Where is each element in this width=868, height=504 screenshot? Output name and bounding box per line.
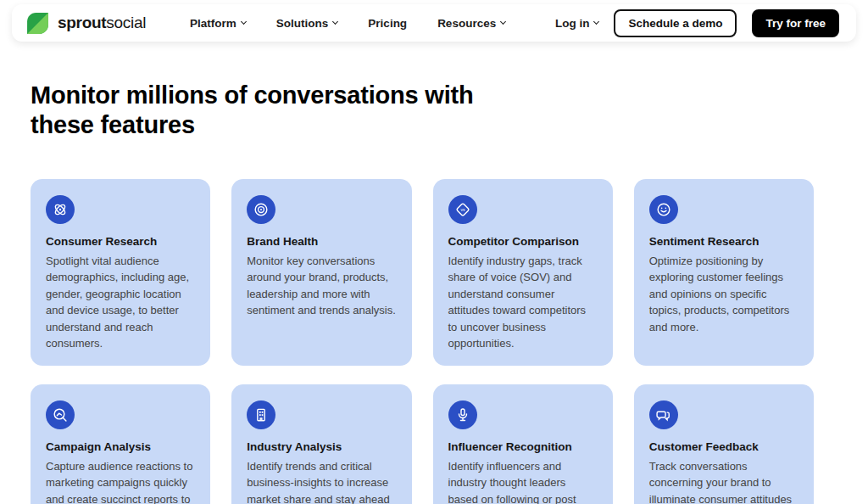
feature-title: Customer Feedback (649, 440, 798, 453)
sprout-social-logo[interactable]: sproutsocial (25, 11, 146, 36)
header-actions: Log in Schedule a demo Try for free (555, 9, 839, 37)
sprout-leaf-icon (25, 11, 50, 36)
main-nav: Platform Solutions Pricing Resources (190, 17, 505, 30)
feature-card-customer-feedback: Customer Feedback Track conversations co… (634, 384, 814, 504)
feature-card-brand-health: Brand Health Monitor key conversations a… (231, 179, 411, 366)
feature-description: Identify influencers and industry though… (448, 458, 598, 504)
feature-description: Identify industry gaps, track share of v… (448, 253, 598, 352)
feature-card-sentiment-research: Sentiment Research Optimize positioning … (634, 179, 814, 366)
feature-description: Capture audience reactions to marketing … (46, 458, 195, 504)
chevron-down-icon (241, 19, 247, 25)
feature-card-industry-analysis: Industry Analysis Identify trends and cr… (231, 384, 411, 504)
microphone-icon (448, 400, 477, 429)
feature-description: Identify trends and critical business-in… (247, 458, 396, 504)
eye-target-icon (247, 195, 275, 224)
feature-title: Influencer Recognition (448, 440, 598, 453)
nav-item-pricing[interactable]: Pricing (368, 17, 407, 30)
feature-title: Consumer Research (46, 235, 195, 248)
versus-diamond-icon: vs (448, 195, 477, 224)
magnifier-chart-icon (46, 400, 75, 429)
feature-description: Track conversations concerning your bran… (649, 458, 798, 504)
svg-text:vs: vs (460, 206, 465, 211)
chevron-down-icon (593, 19, 599, 25)
schedule-demo-button[interactable]: Schedule a demo (614, 9, 737, 37)
chevron-down-icon (332, 19, 338, 25)
login-menu[interactable]: Log in (555, 17, 599, 30)
feature-title: Campaign Analysis (46, 440, 195, 453)
feature-description: Optimize positioning by exploring custom… (649, 253, 798, 336)
feature-title: Brand Health (247, 235, 396, 248)
chat-bubbles-icon (649, 400, 678, 429)
chevron-down-icon (500, 19, 506, 25)
feature-card-competitor-comparison: vs Competitor Comparison Identify indust… (433, 179, 613, 366)
nav-item-platform[interactable]: Platform (190, 17, 246, 30)
features-grid: Consumer Research Spotlight vital audien… (31, 179, 814, 504)
feature-card-consumer-research: Consumer Research Spotlight vital audien… (31, 179, 210, 366)
feature-card-campaign-analysis: Campaign Analysis Capture audience react… (31, 384, 210, 504)
top-navigation-bar: sproutsocial Platform Solutions Pricing … (12, 4, 856, 42)
feature-title: Competitor Comparison (448, 235, 598, 248)
smiley-icon (649, 195, 678, 224)
try-for-free-button[interactable]: Try for free (752, 9, 839, 37)
feature-description: Monitor key conversations around your br… (247, 253, 396, 319)
feature-title: Industry Analysis (247, 440, 396, 453)
nav-item-resources[interactable]: Resources (437, 17, 505, 30)
building-icon (247, 400, 275, 429)
nav-item-solutions[interactable]: Solutions (276, 17, 338, 30)
feature-title: Sentiment Research (649, 235, 798, 248)
page-title: Monitor millions of conversations withth… (31, 81, 573, 140)
logo-wordmark: sproutsocial (58, 14, 146, 32)
feature-card-influencer-recognition: Influencer Recognition Identify influenc… (433, 384, 613, 504)
feature-description: Spotlight vital audience demographics, i… (46, 253, 195, 352)
atom-icon (46, 195, 75, 224)
